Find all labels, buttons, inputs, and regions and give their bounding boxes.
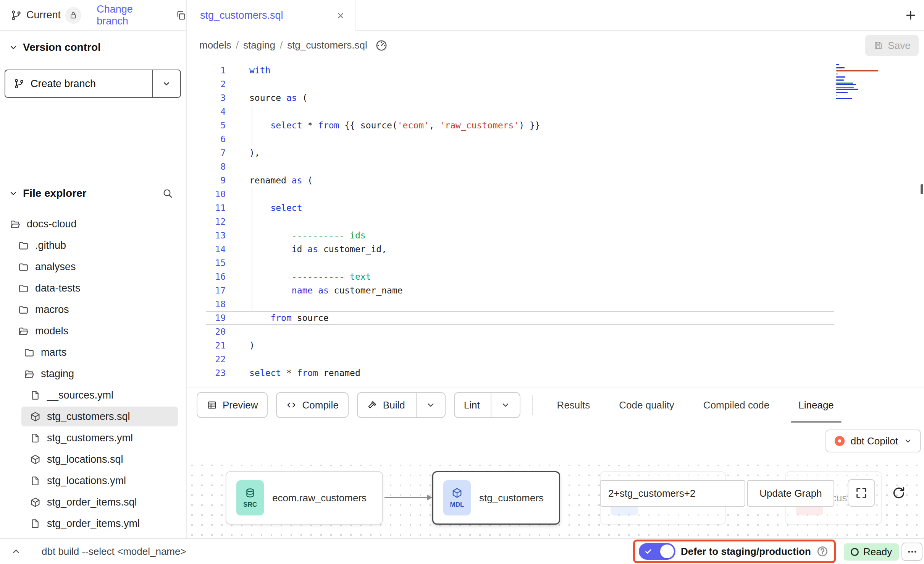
line-number: 22 (187, 354, 226, 364)
tab-lineage[interactable]: Lineage (796, 387, 836, 423)
divider (532, 395, 533, 415)
result-tabs: ResultsCode qualityCompiled codeLineage (555, 387, 836, 423)
chevron-down-icon (162, 79, 171, 89)
refresh-button[interactable] (885, 479, 913, 507)
tab-code-quality[interactable]: Code quality (617, 387, 677, 423)
dbt-logo-icon (834, 435, 845, 447)
code-line[interactable]: 4 (187, 105, 924, 118)
ellipsis-icon (907, 546, 918, 557)
file-item-analyses[interactable]: analyses (0, 256, 184, 277)
build-dropdown[interactable] (426, 400, 436, 410)
version-control-section-header[interactable]: Version control (0, 37, 186, 58)
defer-label: Defer to staging/production (681, 546, 811, 558)
file-item-staging[interactable]: staging (0, 363, 184, 384)
dbt-copilot-button[interactable]: dbt Copilot (825, 429, 921, 452)
code-line[interactable]: 1with (187, 63, 924, 77)
git-branch-icon (11, 10, 22, 21)
minimap[interactable] (836, 64, 882, 99)
lineage-canvas[interactable]: SRCecom.raw_customersMDLstg_customersMDL… (187, 460, 924, 538)
lineage-search-input[interactable] (600, 480, 745, 507)
expand-panel-icon[interactable] (11, 546, 21, 557)
file-item-stg-locations-sql[interactable]: stg_locations.sql (0, 449, 184, 470)
change-branch-link[interactable]: Change branch (97, 3, 165, 27)
code-line[interactable]: 10 (187, 187, 924, 201)
file-item-stg-customers-yml[interactable]: stg_customers.yml (0, 427, 184, 449)
file-item-label: stg_customers.sql (47, 411, 130, 423)
file-item-github[interactable]: .github (0, 235, 184, 256)
lint-dropdown[interactable] (501, 400, 510, 410)
copy-icon[interactable] (175, 10, 186, 21)
code-line[interactable]: 23select * from renamed (187, 366, 924, 380)
node-type-label: MDL (450, 501, 464, 509)
file-item-label: stg_locations.yml (47, 475, 126, 487)
save-button[interactable]: Save (865, 35, 919, 56)
file-item-macros[interactable]: macros (0, 299, 184, 320)
compile-button[interactable]: Compile (276, 392, 348, 418)
code-line[interactable]: 6 (187, 132, 924, 146)
gauge-icon[interactable] (375, 39, 388, 52)
search-icon[interactable] (162, 188, 173, 199)
active-line-highlight (206, 311, 834, 325)
folder-open-icon (24, 368, 35, 379)
file-item-stg-customers-sql[interactable]: stg_customers.sql (0, 406, 184, 427)
code-line[interactable]: 9renamed as ( (187, 173, 924, 187)
code-line[interactable]: 16 ---------- text (187, 270, 924, 284)
code-line[interactable]: 21) (187, 339, 924, 352)
preview-button[interactable]: Preview (197, 392, 268, 418)
close-tab-icon[interactable] (336, 11, 346, 21)
new-tab-icon[interactable] (904, 9, 917, 22)
file-explorer-section-header[interactable]: File explorer (0, 183, 186, 204)
action-buttons: PreviewCompileBuildLint (197, 392, 520, 418)
code-line[interactable]: 20 (187, 325, 924, 339)
lineage-node-ecom-raw-customers[interactable]: SRCecom.raw_customers (226, 471, 383, 525)
code-line[interactable]: 2 (187, 77, 924, 91)
defer-toggle[interactable] (639, 543, 675, 560)
line-number: 17 (187, 285, 226, 295)
tab-results[interactable]: Results (555, 387, 593, 423)
lineage-node-stg-customers[interactable]: MDLstg_customers (432, 471, 560, 525)
file-item-label: __sources.yml (47, 389, 113, 401)
file-item-stg-order-items-yml[interactable]: stg_order_items.yml (0, 513, 184, 534)
cube-icon (30, 411, 41, 422)
line-number: 16 (187, 272, 226, 282)
code-editor[interactable]: 1with23source as (45 select * from {{ so… (187, 60, 924, 387)
help-icon[interactable] (816, 545, 829, 558)
tab-stg-customers-sql[interactable]: stg_customers.sql (187, 0, 356, 31)
fullscreen-icon (855, 486, 868, 499)
db-icon (244, 487, 256, 499)
file-item-docs-cloud[interactable]: docs-cloud (0, 213, 184, 235)
file-item-models[interactable]: models (0, 320, 184, 342)
code-line[interactable]: 14 id as customer_id, (187, 242, 924, 256)
scrollbar-thumb[interactable] (921, 184, 923, 194)
code-line[interactable]: 5 select * from {{ source('ecom', 'raw_c… (187, 118, 924, 132)
code-line[interactable]: 7), (187, 146, 924, 160)
tab-compiled-code[interactable]: Compiled code (701, 387, 772, 423)
update-graph-button[interactable]: Update Graph (747, 480, 834, 507)
lint-button[interactable]: Lint (454, 392, 520, 418)
more-options-button[interactable] (901, 543, 922, 561)
dbt-copilot-label: dbt Copilot (851, 435, 898, 447)
breadcrumb-segment: staging (243, 39, 275, 51)
code-line[interactable]: 22 (187, 352, 924, 366)
create-branch-dropdown[interactable] (153, 70, 180, 97)
indent-guide (252, 105, 252, 146)
code-line[interactable]: 18 (187, 297, 924, 311)
fullscreen-button[interactable] (848, 479, 875, 507)
table-icon (207, 400, 217, 410)
file-item-stg-locations-yml[interactable]: stg_locations.yml (0, 470, 184, 491)
build-button[interactable]: Build (357, 392, 446, 418)
code-line[interactable]: 17 name as customer_name (187, 284, 924, 297)
file-item-marts[interactable]: marts (0, 342, 184, 363)
status-ready-badge[interactable]: Ready (844, 543, 899, 561)
code-line[interactable]: 8 (187, 160, 924, 173)
code-line[interactable]: 11 select (187, 201, 924, 215)
file-item-data-tests[interactable]: data-tests (0, 277, 184, 299)
file-item-stg-order-items-sql[interactable]: stg_order_items.sql (0, 491, 184, 513)
node-type-badge: SRC (236, 480, 264, 515)
code-line[interactable]: 15 (187, 256, 924, 270)
code-line[interactable]: 3source as ( (187, 91, 924, 105)
code-line[interactable]: 13 ---------- ids (187, 229, 924, 242)
create-branch-button[interactable]: Create branch (5, 70, 181, 98)
file-item-sources-yml[interactable]: __sources.yml (0, 384, 184, 406)
code-line[interactable]: 12 (187, 215, 924, 229)
